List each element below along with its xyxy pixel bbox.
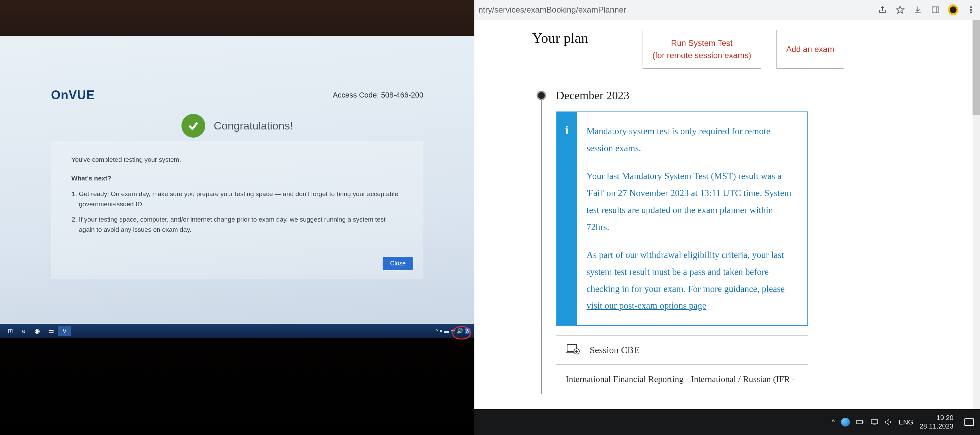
kebab-menu-icon[interactable]: [966, 5, 976, 15]
svg-rect-11: [871, 419, 877, 424]
timeline-dot: [536, 91, 546, 100]
svg-rect-1: [932, 7, 939, 13]
explorer-icon[interactable]: ▭: [44, 326, 58, 336]
timeline-line: [541, 94, 542, 394]
windows-start-icon[interactable]: ⊞: [3, 326, 17, 336]
tray-notifications-icon[interactable]: [964, 418, 974, 426]
run-system-test-button[interactable]: Run System Test (for remote session exam…: [643, 30, 761, 69]
star-icon[interactable]: [895, 5, 905, 15]
panel-icon[interactable]: [931, 5, 940, 15]
hand-drawn-circle: [452, 326, 471, 339]
onvue-task-icon[interactable]: V: [58, 326, 72, 336]
tray-network-icon[interactable]: [841, 417, 850, 427]
svg-rect-9: [857, 421, 862, 424]
close-button[interactable]: Close: [383, 257, 413, 270]
month-heading: December 2023: [556, 89, 912, 102]
svg-point-5: [970, 12, 972, 13]
congrats-row: Congratulations!: [51, 114, 423, 138]
address-bar[interactable]: ntry/services/examBooking/examPlanner: [479, 5, 873, 14]
whats-next-heading: What's next?: [72, 173, 403, 183]
info-card: i Mandatory system test is only required…: [556, 112, 808, 326]
laptop-screen: OnVUE Access Code: 508-466-200 Congratul…: [0, 36, 474, 338]
info-icon: i: [557, 112, 577, 325]
timeline: December 2023 i Mandatory system test is…: [532, 89, 912, 394]
access-code: Access Code: 508-466-200: [332, 91, 423, 100]
info-p3-text: As part of our withdrawal eligibility cr…: [587, 250, 784, 294]
session-cbe-icon: [566, 343, 580, 357]
onvue-panel: You've completed testing your system. Wh…: [51, 141, 423, 279]
access-code-label: Access Code:: [332, 91, 379, 99]
browser-window: ntry/services/examBooking/examPlanner Yo…: [474, 0, 980, 435]
checkmark-icon: [181, 114, 205, 138]
session-card: Session CBE International Financial Repo…: [556, 335, 808, 394]
svg-marker-13: [886, 419, 889, 425]
tray-chevron-icon[interactable]: ^: [832, 418, 835, 426]
onvue-header: OnVUE Access Code: 508-466-200: [0, 80, 474, 110]
info-p1: Mandatory system test is only required f…: [587, 123, 798, 157]
info-p2: Your last Mandatory System Test (MST) re…: [587, 168, 798, 236]
download-icon[interactable]: [913, 5, 923, 15]
step-2: If your testing space, computer, and/or …: [79, 214, 403, 235]
windows-taskbar: ^ ENG 19:20 28.11.2023: [474, 409, 980, 435]
run-system-test-l1: Run System Test: [671, 38, 733, 48]
laptop-taskbar: ⊞ e ◉ ▭ V ^ ● ▬ ▭ 🔊 ♿: [0, 324, 474, 338]
session-exam-name: International Financial Reporting - Inte…: [556, 365, 808, 394]
svg-rect-10: [862, 421, 863, 423]
tray-time: 19:20: [920, 414, 953, 422]
tray-monitor-icon[interactable]: [870, 418, 878, 426]
tray-language[interactable]: ENG: [899, 418, 913, 426]
tray-battery-icon[interactable]: [856, 418, 864, 426]
access-code-value: 508-466-200: [381, 91, 423, 99]
run-system-test-l2: (for remote session exams): [652, 49, 751, 62]
step-1: Get ready! On exam day, make sure you pr…: [79, 189, 403, 210]
tray-clock[interactable]: 19:20 28.11.2023: [920, 414, 953, 430]
onvue-logo: OnVUE: [51, 88, 95, 102]
svg-marker-0: [896, 6, 904, 13]
session-title: Session CBE: [590, 344, 640, 355]
page-title: Your plan: [532, 30, 588, 46]
svg-point-3: [970, 6, 972, 8]
add-exam-button[interactable]: Add an exam: [776, 30, 844, 69]
profile-avatar[interactable]: [948, 5, 958, 15]
completed-line: You've completed testing your system.: [72, 155, 403, 165]
info-p3: As part of our withdrawal eligibility cr…: [587, 247, 798, 315]
page-content: Your plan Run System Test (for remote se…: [474, 20, 980, 435]
share-icon[interactable]: [877, 5, 888, 15]
chrome-icon[interactable]: ◉: [30, 326, 44, 336]
edge-icon[interactable]: e: [17, 326, 30, 336]
congrats-heading: Congratulations!: [214, 120, 293, 132]
svg-point-4: [970, 9, 972, 11]
laptop-photo: OnVUE Access Code: 508-466-200 Congratul…: [0, 0, 474, 435]
tray-volume-icon[interactable]: [885, 418, 892, 426]
tray-date: 28.11.2023: [920, 422, 953, 430]
chrome-toolbar: ntry/services/examBooking/examPlanner: [474, 0, 980, 20]
